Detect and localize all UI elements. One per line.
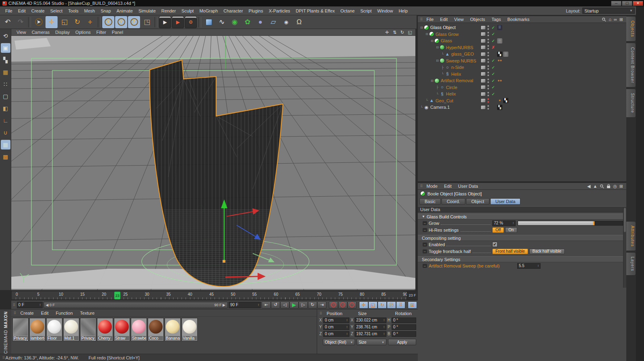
layer-toggle[interactable]: [481, 85, 486, 89]
polygons-mode-button[interactable]: ◧: [1, 104, 10, 113]
size-mode-dropdown[interactable]: Size▼: [357, 339, 386, 345]
material-tile[interactable]: Banana: [165, 318, 181, 341]
object-name[interactable]: Sweep NURBS: [446, 58, 476, 63]
object-tag[interactable]: ⠿: [497, 25, 502, 30]
visibility-dots[interactable]: [487, 45, 489, 50]
goto-end-button[interactable]: ⇥: [317, 301, 326, 309]
object-tag[interactable]: [503, 31, 508, 37]
model-mode-button[interactable]: ▣: [1, 43, 10, 53]
keyframe-selection-button[interactable]: ?: [347, 301, 357, 309]
previous-key-button[interactable]: ↺: [271, 301, 280, 309]
lock-z-axis-button[interactable]: Z: [128, 16, 140, 28]
material-menu-item[interactable]: Edit: [37, 311, 52, 315]
viewport-rotate-icon[interactable]: ↻: [399, 30, 405, 35]
toolbar-separator[interactable]: [28, 17, 31, 27]
enable-axis-button[interactable]: ∟: [1, 116, 10, 125]
tab-structure[interactable]: Structure: [626, 89, 636, 118]
group-bar[interactable]: ▼ Glass Build Controls: [418, 214, 626, 220]
keyframe-icon[interactable]: ↔: [423, 221, 427, 225]
enabled-state-icon[interactable]: ✓: [491, 32, 496, 36]
lock-icon[interactable]: [607, 184, 611, 189]
object-tag[interactable]: [503, 85, 508, 90]
menu-item[interactable]: Character: [221, 8, 246, 14]
enabled-state-icon[interactable]: ✓: [491, 92, 496, 96]
undo-button[interactable]: ↶: [2, 16, 14, 28]
range-end-field[interactable]: 90 F ↕: [229, 302, 261, 308]
expander-icon[interactable]: └: [440, 72, 445, 76]
object-tag[interactable]: [497, 71, 502, 77]
expander-icon[interactable]: └: [435, 92, 440, 96]
object-row[interactable]: └ ▲ glass_GEO ▚ ▒: [418, 51, 626, 58]
object-tag[interactable]: [503, 25, 508, 30]
position-field[interactable]: 0 cm↕: [323, 331, 349, 337]
autokeying-button[interactable]: ●: [338, 301, 347, 309]
object-row[interactable]: └ ▲ Geo_Cut ● ▚: [418, 98, 626, 104]
size-field[interactable]: 238.761 cm↕: [355, 324, 386, 330]
enabled-state-icon[interactable]: ✓: [491, 65, 496, 70]
snap-magnet-button[interactable]: ∪: [1, 128, 10, 137]
viewport-canvas[interactable]: [11, 36, 415, 290]
material-tile[interactable]: Privacy_: [12, 318, 29, 341]
visibility-dots[interactable]: [487, 65, 489, 70]
object-tag[interactable]: ▒: [497, 38, 502, 44]
object-name[interactable]: glass_GEO: [451, 52, 474, 56]
record-keyframe-button[interactable]: ⚿: [329, 301, 338, 309]
redo-button[interactable]: ↷: [14, 16, 27, 28]
target-icon[interactable]: ◎: [613, 184, 617, 189]
layer-toggle[interactable]: [481, 39, 486, 43]
menu-item[interactable]: Plugins: [246, 8, 266, 14]
apply-button[interactable]: Apply: [388, 339, 416, 345]
rotation-field[interactable]: 0 °: [392, 324, 416, 330]
scroll-right-arrow-icon[interactable]: ▶: [223, 303, 225, 307]
object-tag[interactable]: [497, 31, 502, 37]
size-field[interactable]: 192.731 cm↕: [355, 331, 386, 337]
tab-object[interactable]: Object: [466, 198, 489, 205]
viewport-menu-item[interactable]: Cameras: [29, 30, 53, 35]
keyframe-icon[interactable]: ↔: [423, 243, 427, 247]
tab-content-browser[interactable]: Content Browser: [626, 43, 636, 87]
enabled-state-icon[interactable]: ✓: [491, 72, 496, 76]
menu-item[interactable]: Snap: [98, 8, 114, 14]
rotation-field[interactable]: 0 °: [392, 331, 416, 337]
visibility-dots[interactable]: [487, 98, 489, 103]
material-tile[interactable]: Straw: [114, 318, 130, 341]
object-name[interactable]: Helix: [451, 72, 461, 77]
toolbar-separator[interactable]: [155, 17, 157, 27]
add-light-button[interactable]: Ω: [293, 16, 305, 28]
object-tag[interactable]: [503, 58, 508, 63]
object-man-menu-item[interactable]: Objects: [467, 17, 488, 22]
menu-item[interactable]: Mesh: [81, 8, 98, 14]
layout-select[interactable]: Startup ▼: [582, 8, 635, 14]
object-man-menu-item[interactable]: File: [423, 17, 437, 22]
viewport-menu-item[interactable]: Panel: [109, 30, 126, 35]
material-menu-item[interactable]: Texture: [76, 311, 98, 315]
visibility-dots[interactable]: [487, 39, 489, 43]
panel-grip-icon[interactable]: ⠿: [419, 17, 423, 21]
key-parameter-toggle[interactable]: Ⓟ: [387, 301, 396, 309]
menu-item[interactable]: Edit: [15, 8, 29, 14]
make-editable-button[interactable]: ⟲: [1, 31, 10, 41]
position-field[interactable]: 0 cm↕: [323, 317, 349, 323]
slider-handle[interactable]: [593, 221, 594, 225]
key-position-toggle[interactable]: ✛: [359, 301, 368, 309]
stepper-icon[interactable]: ↕: [39, 303, 41, 307]
menu-item[interactable]: Simulate: [136, 8, 159, 14]
enabled-state-icon[interactable]: ✓: [491, 79, 496, 83]
object-name[interactable]: Glass Object: [430, 25, 456, 30]
object-row[interactable]: ⊟ Glass Object ✓ ⠿: [418, 24, 626, 31]
key-rotation-toggle[interactable]: ↻: [378, 301, 387, 309]
key-scale-toggle[interactable]: ◱: [368, 301, 378, 309]
tab-objects[interactable]: Objects: [626, 16, 636, 41]
panel-grip-icon[interactable]: ⠿: [419, 184, 423, 188]
material-menu-item[interactable]: Create: [17, 311, 37, 315]
layer-toggle[interactable]: [481, 58, 486, 63]
object-name[interactable]: Artifact Removal: [441, 78, 473, 83]
add-camera-button[interactable]: ◉: [280, 16, 292, 28]
layer-toggle[interactable]: [481, 52, 486, 56]
key-pla-toggle[interactable]: ⠿: [396, 301, 405, 309]
position-field[interactable]: 0 cm↕: [323, 324, 349, 330]
menu-item[interactable]: Octane: [338, 8, 357, 14]
object-tag[interactable]: [503, 91, 508, 97]
attr-menu-item[interactable]: Mode: [423, 184, 441, 189]
object-row[interactable]: └ § Helix ✓: [418, 71, 626, 78]
